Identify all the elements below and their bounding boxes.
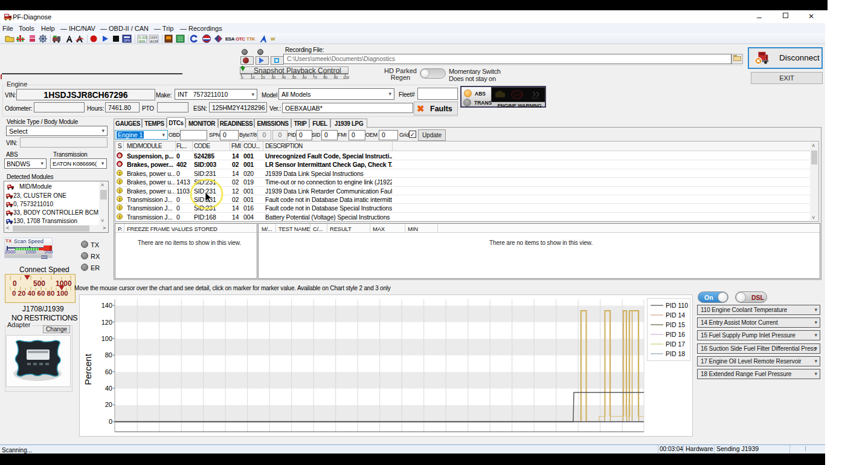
- svg-text:PID 16: PID 16: [666, 331, 685, 338]
- svg-text:ECM: ECM: [150, 39, 158, 43]
- svg-text:PID 14: PID 14: [666, 311, 685, 319]
- svg-text:S03: S03: [139, 39, 145, 43]
- svg-text:120: 120: [101, 319, 112, 326]
- svg-text:Percent: Percent: [83, 353, 93, 385]
- svg-text:40: 40: [105, 385, 112, 392]
- svg-text:80: 80: [105, 351, 112, 359]
- svg-text:PID 110: PID 110: [666, 302, 688, 309]
- svg-text:PID 17: PID 17: [666, 340, 685, 348]
- svg-text:STOP: STOP: [513, 93, 522, 97]
- svg-text:0: 0: [109, 418, 112, 425]
- svg-text:PID 18: PID 18: [666, 350, 685, 357]
- svg-text:DPN: DPN: [124, 39, 130, 42]
- svg-text:140: 140: [101, 302, 112, 309]
- svg-text:20: 20: [105, 401, 112, 408]
- svg-text:60: 60: [105, 368, 112, 376]
- svg-text:PID 15: PID 15: [666, 321, 685, 328]
- svg-text:CHECK: CHECK: [532, 97, 539, 100]
- svg-text:100: 100: [101, 335, 112, 342]
